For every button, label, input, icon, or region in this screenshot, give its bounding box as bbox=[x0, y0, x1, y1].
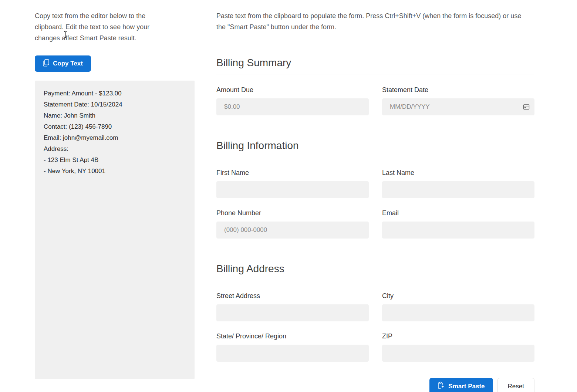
paste-instructions-text: Paste text from the clipboard to populat… bbox=[216, 10, 524, 33]
state-province-region-input[interactable] bbox=[216, 345, 369, 362]
smart-paste-demo-page: Copy text from the editor below to the c… bbox=[0, 0, 577, 392]
city-input[interactable] bbox=[382, 304, 534, 321]
editor-line: Contact: (123) 456-7890 bbox=[44, 121, 186, 132]
editor-line: Statement Date: 10/15/2024 bbox=[44, 99, 186, 110]
amount-due-label: Amount Due bbox=[216, 86, 369, 94]
billing-form-panel: Paste text from the clipboard to populat… bbox=[216, 10, 534, 392]
editor-line: Payment: Amount - $123.00 bbox=[44, 88, 186, 99]
field-street-address: Street Address bbox=[216, 292, 369, 321]
editor-line: - New York, NY 10001 bbox=[44, 166, 186, 177]
smart-paste-icon bbox=[438, 382, 445, 391]
zip-label: ZIP bbox=[382, 332, 534, 340]
field-amount-due: Amount Due bbox=[216, 86, 369, 115]
section-heading-billing-address: Billing Address bbox=[216, 261, 534, 276]
section-divider bbox=[216, 74, 534, 74]
field-email: Email bbox=[382, 209, 534, 239]
email-input[interactable] bbox=[382, 222, 534, 239]
last-name-input[interactable] bbox=[382, 181, 534, 198]
field-zip: ZIP bbox=[382, 332, 534, 362]
copy-text-button[interactable]: Copy Text bbox=[35, 55, 91, 72]
form-actions: Smart Paste Reset bbox=[216, 378, 534, 392]
reset-button-label: Reset bbox=[508, 383, 524, 390]
section-divider bbox=[216, 157, 534, 157]
statement-date-label: Statement Date bbox=[382, 86, 534, 94]
billing-information-fields: First Name Last Name Phone Number Email bbox=[216, 169, 534, 239]
city-label: City bbox=[382, 292, 534, 300]
section-heading-billing-information: Billing Information bbox=[216, 138, 534, 153]
copy-icon bbox=[43, 59, 49, 68]
email-label: Email bbox=[382, 209, 534, 217]
street-address-label: Street Address bbox=[216, 292, 369, 300]
billing-summary-fields: Amount Due Statement Date bbox=[216, 86, 534, 115]
smart-paste-button[interactable]: Smart Paste bbox=[429, 378, 493, 392]
editor-line: Address: bbox=[44, 143, 186, 155]
copy-text-button-label: Copy Text bbox=[53, 60, 83, 67]
copy-source-panel: Copy text from the editor below to the c… bbox=[35, 10, 195, 379]
field-state-province-region: State/ Province/ Region bbox=[216, 332, 369, 362]
section-divider bbox=[216, 280, 534, 280]
field-last-name: Last Name bbox=[382, 169, 534, 198]
copy-instructions-text: Copy text from the editor below to the c… bbox=[35, 10, 172, 44]
first-name-label: First Name bbox=[216, 169, 369, 177]
editor-line: Name: John Smith bbox=[44, 110, 186, 121]
state-province-region-label: State/ Province/ Region bbox=[216, 332, 369, 340]
statement-date-input[interactable] bbox=[382, 98, 534, 115]
amount-due-input[interactable] bbox=[216, 98, 369, 115]
field-first-name: First Name bbox=[216, 169, 369, 198]
smart-paste-button-label: Smart Paste bbox=[448, 383, 485, 390]
last-name-label: Last Name bbox=[382, 169, 534, 177]
zip-input[interactable] bbox=[382, 345, 534, 362]
phone-number-label: Phone Number bbox=[216, 209, 369, 217]
field-statement-date: Statement Date bbox=[382, 86, 534, 115]
street-address-input[interactable] bbox=[216, 304, 369, 321]
field-phone-number: Phone Number bbox=[216, 209, 369, 239]
phone-number-input[interactable] bbox=[216, 222, 369, 239]
reset-button[interactable]: Reset bbox=[497, 378, 534, 392]
billing-address-fields: Street Address City State/ Province/ Reg… bbox=[216, 292, 534, 362]
field-city: City bbox=[382, 292, 534, 321]
first-name-input[interactable] bbox=[216, 181, 369, 198]
clipboard-text-editor[interactable]: Payment: Amount - $123.00 Statement Date… bbox=[35, 81, 195, 379]
section-heading-billing-summary: Billing Summary bbox=[216, 55, 534, 70]
calendar-icon[interactable] bbox=[523, 104, 530, 110]
editor-line: - 123 Elm St Apt 4B bbox=[44, 155, 186, 166]
editor-line: Email: john@myemail.com bbox=[44, 132, 186, 143]
